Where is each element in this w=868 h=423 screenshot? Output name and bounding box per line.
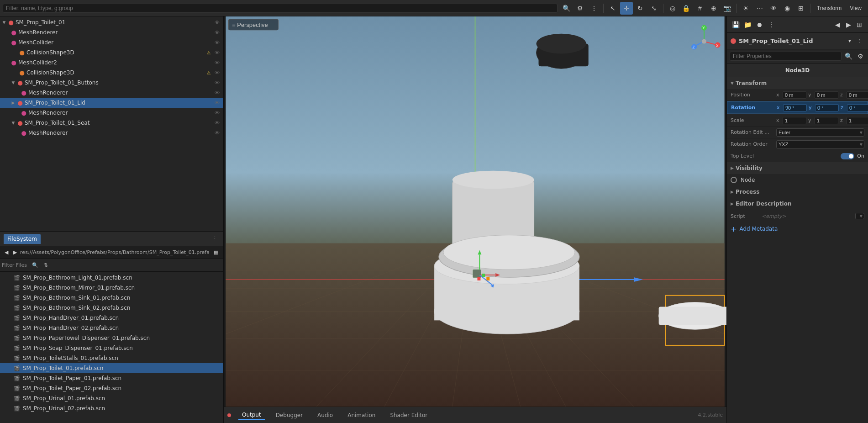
fs-file-toilet01[interactable]: 🎬 SM_Prop_Toilet_01.prefab.scn (0, 363, 223, 373)
tool-more-2[interactable]: ⋯ (753, 2, 766, 15)
tree-arrow-buttons[interactable]: ▼ (10, 80, 16, 85)
scale-z-input[interactable] (847, 117, 868, 124)
fs-file-papertowel[interactable]: 🎬 SM_Prop_PaperTowel_Dispenser_01.prefab… (0, 333, 223, 343)
filter-settings-btn[interactable]: ⚙ (574, 2, 587, 15)
inspector-save-btn[interactable]: 💾 (731, 20, 741, 30)
fs-file-bath-sink2[interactable]: 🎬 SM_Prop_Bathroom_Sink_02.prefab.scn (0, 303, 223, 313)
tree-arrow-seat[interactable]: ▼ (10, 121, 16, 125)
rot-y-input[interactable] (815, 104, 839, 111)
tool-select[interactable]: ↖ (606, 2, 619, 15)
fs-file-stalls[interactable]: 🎬 SM_Prop_ToiletStalls_01.prefab.scn (0, 353, 223, 363)
fs-file-handdryer2[interactable]: 🎬 SM_Prop_HandDryer_02.prefab.scn (0, 323, 223, 333)
tree-eye-mesh-seat[interactable]: 👁 (212, 128, 221, 137)
add-metadata-btn[interactable]: + Add Metadata (727, 222, 868, 235)
inspector-more-btn[interactable]: ⋮ (766, 20, 776, 30)
fs-file-bath-mirror[interactable]: 🎬 SM_Prop_Bathroom_Mirror_01.prefab.scn (0, 283, 223, 293)
tab-debugger[interactable]: Debugger (272, 411, 306, 419)
tree-item-mesh1[interactable]: ⬤ MeshRenderer 👁 (0, 27, 223, 37)
tree-arrow-lid[interactable]: ▶ (10, 100, 16, 105)
fs-layout-btn[interactable]: ▦ (211, 248, 221, 257)
filter-prop-search-btn[interactable]: 🔍 (843, 51, 853, 61)
fs-file-paper2[interactable]: 🎬 SM_Prop_Toilet_Paper_02.prefab.scn (0, 383, 223, 393)
tree-item-mesh-lid[interactable]: ⬤ MeshRenderer 👁 (0, 108, 223, 118)
tool-eye[interactable]: 👁 (767, 2, 780, 15)
tree-item-col2[interactable]: ⬤ CollisionShape3D ⚠ 👁 (0, 68, 223, 78)
tool-light[interactable]: ☀ (740, 2, 752, 15)
tree-eye-mesh-lid[interactable]: 👁 (212, 108, 221, 117)
tree-eye-meshcol1[interactable]: 👁 (212, 38, 221, 47)
inspector-node-expand-btn[interactable]: ▼ (845, 37, 854, 46)
inspector-next-btn[interactable]: ▶ (843, 20, 853, 30)
top-level-pill[interactable] (841, 153, 854, 159)
fs-file-handdryer1[interactable]: 🎬 SM_Prop_HandDryer_01.prefab.scn (0, 313, 223, 323)
rot-x-input[interactable] (783, 104, 807, 111)
tab-audio[interactable]: Audio (314, 411, 337, 419)
tab-shader-editor[interactable]: Shader Editor (386, 411, 431, 419)
fs-file-soap[interactable]: 🎬 SM_Prop_Soap_Dispenser_01.prefab.scn (0, 343, 223, 353)
fs-tab-filesystem[interactable]: FileSystem (4, 234, 41, 244)
filter-search-btn[interactable]: 🔍 (560, 2, 573, 15)
inspector-folder-btn[interactable]: 📁 (742, 20, 752, 30)
scale-y-input[interactable] (815, 117, 838, 124)
tree-eye-col1[interactable]: 👁 (212, 48, 221, 57)
tree-item-root[interactable]: ▼ ⬤ SM_Prop_Toilet_01 👁 (0, 17, 223, 27)
section-process[interactable]: ▶ Process (727, 186, 868, 198)
tool-move[interactable]: ✛ (620, 2, 633, 15)
tree-eye-mesh-buttons[interactable]: 👁 (212, 88, 221, 97)
fs-filter-search-btn[interactable]: 🔍 (31, 261, 40, 270)
tree-item-col1[interactable]: ⬤ CollisionShape3D ⚠ 👁 (0, 48, 223, 58)
tree-eye-seat[interactable]: 👁 (212, 118, 221, 127)
inspector-history-btn[interactable]: ⏺ (754, 20, 764, 30)
filter-properties-input[interactable] (730, 52, 842, 61)
tree-eye-mesh1[interactable]: 👁 (212, 28, 221, 37)
fs-back-btn[interactable]: ◀ (3, 248, 10, 257)
section-transform[interactable]: ▼ Transform (727, 77, 868, 89)
tool-grid[interactable]: # (694, 2, 706, 15)
fs-file-urinal2[interactable]: 🎬 SM_Prop_Urinal_02.prefab.scn (0, 403, 223, 413)
tree-item-mesh-buttons[interactable]: ⬤ MeshRenderer 👁 (0, 88, 223, 98)
inspector-expand-btn[interactable]: ⊞ (854, 20, 864, 30)
tool-scale[interactable]: ⤡ (647, 2, 660, 15)
tool-snap[interactable]: ⊕ (707, 2, 720, 15)
scale-x-input[interactable] (783, 117, 806, 124)
tool-pivot[interactable]: ◎ (666, 2, 679, 15)
tool-rotate[interactable]: ↻ (634, 2, 647, 15)
filter-more-btn[interactable]: ⋮ (588, 2, 600, 15)
tree-eye-root[interactable]: 👁 (212, 18, 221, 27)
tree-item-seat[interactable]: ▼ ⬤ SM_Prop_Toilet_01_Seat 👁 (0, 118, 223, 128)
view-menu-btn[interactable]: View (846, 2, 865, 15)
rotation-edit-select[interactable]: Euler Quaternion (776, 128, 864, 137)
filter-prop-settings-btn[interactable]: ⚙ (855, 51, 865, 61)
tree-item-meshcol2[interactable]: ⬤ MeshCollider2 👁 (0, 58, 223, 68)
tab-output[interactable]: Output (238, 411, 265, 420)
tree-eye-meshcol2[interactable]: 👁 (212, 58, 221, 67)
rotation-order-select[interactable]: YXZ XYZ XZY ZXY ZYX YZX (776, 140, 864, 148)
scene-filter-input[interactable] (3, 4, 558, 13)
fs-forward-btn[interactable]: ▶ (11, 248, 18, 257)
script-dropdown[interactable] (855, 213, 864, 219)
tree-eye-lid[interactable]: 👁 (212, 98, 221, 107)
tree-eye-col2[interactable]: 👁 (212, 68, 221, 77)
fs-file-paper1[interactable]: 🎬 SM_Prop_Toilet_Paper_01.prefab.scn (0, 373, 223, 383)
section-editor-description[interactable]: ▶ Editor Description (727, 198, 868, 210)
tool-lock[interactable]: 🔒 (680, 2, 693, 15)
fs-filter-sort-btn[interactable]: ⇅ (42, 261, 51, 270)
tool-extra[interactable]: ⊞ (794, 2, 807, 15)
pos-x-input[interactable] (783, 91, 806, 99)
pos-y-input[interactable] (815, 91, 838, 99)
viewport[interactable]: ≡ Perspective Y X Z (224, 16, 726, 407)
tree-eye-buttons[interactable]: 👁 (212, 78, 221, 87)
tree-item-mesh-seat[interactable]: ⬤ MeshRenderer 👁 (0, 128, 223, 138)
tool-sphere[interactable]: ◉ (781, 2, 794, 15)
fs-file-bath-sink1[interactable]: 🎬 SM_Prop_Bathroom_Sink_01.prefab.scn (0, 293, 223, 303)
section-visibility[interactable]: ▶ Visibility (727, 162, 868, 174)
fs-file-urinal1[interactable]: 🎬 SM_Prop_Urinal_01.prefab.scn (0, 393, 223, 403)
tab-animation[interactable]: Animation (344, 411, 379, 419)
tree-item-meshcol1[interactable]: ⬤ MeshCollider 👁 (0, 37, 223, 48)
rot-z-input[interactable] (847, 104, 868, 111)
inspector-node-more-btn[interactable]: ⋮ (855, 37, 864, 46)
tool-camera[interactable]: 📷 (721, 2, 734, 15)
fs-file-bath-light[interactable]: 🎬 SM_Prop_Bathroom_Light_01.prefab.scn (0, 273, 223, 283)
fs-dock-btn[interactable]: ⋮ (210, 234, 220, 244)
tree-item-buttons[interactable]: ▼ ⬤ SM_Prop_Toilet_01_Buttons 👁 (0, 78, 223, 88)
